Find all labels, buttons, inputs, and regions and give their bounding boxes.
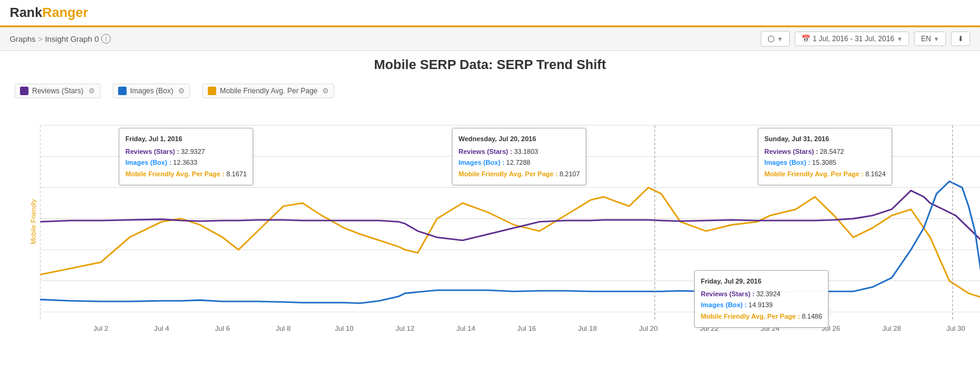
navbar: Graphs > Insight Graph 0 i ⬡ ▼ 📅 1 Jul, … (0, 27, 980, 51)
info-icon[interactable]: i (101, 34, 111, 44)
graph-selector-button[interactable]: ⬡ ▼ (761, 31, 790, 47)
svg-text:Jul 28: Jul 28 (882, 325, 901, 332)
images-label: Images (Box) (130, 87, 173, 95)
mobile-label: Mobile Friendly Avg. Per Page (220, 87, 317, 95)
svg-text:Jul 6: Jul 6 (215, 325, 230, 332)
legend-item-reviews: Reviews (Stars) ⚙ (15, 84, 101, 98)
mobile-line (40, 188, 980, 300)
svg-text:Jul 26: Jul 26 (821, 325, 840, 332)
y-axis-left-label: Mobile Friendly (30, 199, 37, 245)
reviews-line (40, 191, 980, 306)
svg-text:Jul 2: Jul 2 (93, 325, 108, 332)
svg-text:Jul 24: Jul 24 (761, 325, 780, 332)
date-range-label: 1 Jul, 2016 - 31 Jul, 2016 (813, 35, 895, 43)
images-gear-icon[interactable]: ⚙ (178, 87, 185, 95)
download-button[interactable]: ⬇ (951, 32, 970, 46)
svg-text:Jul 18: Jul 18 (578, 325, 597, 332)
language-label: EN (921, 35, 931, 43)
svg-text:Jul 10: Jul 10 (335, 325, 354, 332)
content: Mobile SERP Data: SERP Trend Shift Revie… (0, 51, 980, 337)
cube-icon: ⬡ (767, 34, 775, 44)
language-button[interactable]: EN ▼ (914, 32, 946, 46)
reviews-label: Reviews (Stars) (32, 87, 84, 95)
breadcrumb-insight[interactable]: Insight Graph 0 (45, 35, 99, 44)
chart-svg: 8.22 8.21 8.2 8.19 8.18 8.17 8.16 36 35 … (40, 107, 980, 337)
svg-text:Jul 22: Jul 22 (700, 325, 718, 332)
images-dot (118, 87, 127, 95)
breadcrumb-graphs[interactable]: Graphs (10, 35, 36, 44)
reviews-dot (20, 87, 28, 95)
breadcrumb: Graphs > Insight Graph 0 i (10, 34, 111, 44)
svg-text:Jul 30: Jul 30 (946, 325, 965, 332)
mobile-dot (208, 87, 216, 95)
chart-area: Mobile Friendly Reviews (Stars) Images (… (40, 107, 980, 337)
logo: RankRanger (10, 5, 88, 21)
download-icon: ⬇ (958, 35, 964, 43)
date-range-button[interactable]: 📅 1 Jul, 2016 - 31 Jul, 2016 ▼ (795, 32, 910, 46)
svg-text:Jul 8: Jul 8 (276, 325, 291, 332)
svg-text:Jul 14: Jul 14 (457, 325, 476, 332)
graph-dropdown-arrow: ▼ (777, 36, 783, 42)
nav-controls: ⬡ ▼ 📅 1 Jul, 2016 - 31 Jul, 2016 ▼ EN ▼ … (761, 31, 970, 47)
calendar-icon: 📅 (801, 35, 810, 43)
svg-text:Jul 20: Jul 20 (639, 325, 658, 332)
legend: Reviews (Stars) ⚙ Images (Box) ⚙ Mobile … (10, 80, 970, 102)
mobile-gear-icon[interactable]: ⚙ (322, 87, 329, 95)
breadcrumb-sep: > (38, 35, 43, 44)
svg-text:Jul 16: Jul 16 (517, 325, 536, 332)
logo-ranger: Ranger (42, 5, 88, 20)
legend-item-images: Images (Box) ⚙ (113, 84, 190, 98)
logo-rank: Rank (10, 5, 42, 20)
lang-dropdown-arrow: ▼ (933, 36, 939, 42)
header: RankRanger (0, 0, 980, 27)
images-line (40, 181, 980, 303)
chart-title: Mobile SERP Data: SERP Trend Shift (10, 57, 970, 73)
svg-text:Jul 4: Jul 4 (154, 325, 170, 332)
reviews-gear-icon[interactable]: ⚙ (88, 87, 95, 95)
svg-text:Jul 12: Jul 12 (396, 325, 414, 332)
date-dropdown-arrow: ▼ (897, 36, 903, 42)
legend-item-mobile: Mobile Friendly Avg. Per Page ⚙ (202, 84, 334, 98)
